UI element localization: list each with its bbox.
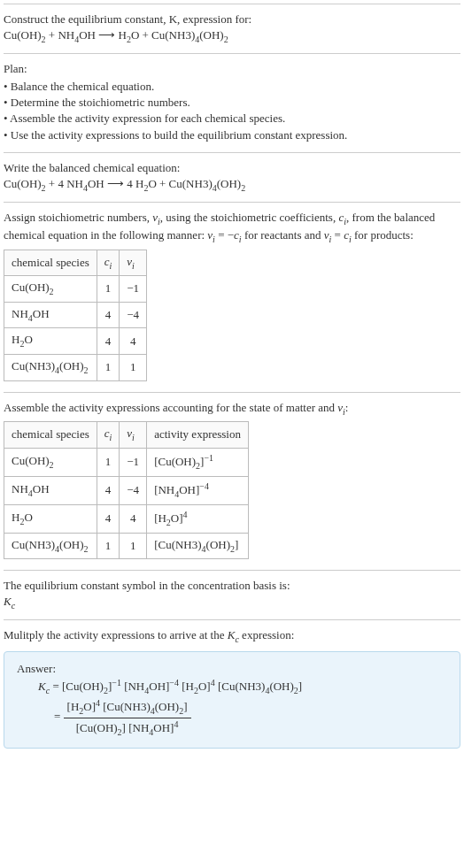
table-row: Cu(NH3)4(OH)2 1 1 [4,355,147,381]
section-activity: Assemble the activity expressions accoun… [4,392,460,571]
col-species: chemical species [4,250,97,276]
fraction-numerator: [H2O]4 [Cu(NH3)4(OH)2] [64,697,191,718]
table-row: NH4OH 4 −4 [4,302,147,328]
intro-line: Construct the equilibrium constant, K, e… [4,12,460,27]
plan-item: Balance the chemical equation. [4,79,460,95]
table-row: H2O 4 4 [H2O]4 [4,504,249,533]
answer-line1: Kc = [Cu(OH)2]−1 [NH4OH]−4 [H2O]4 [Cu(NH… [17,677,447,697]
fraction-denominator: [Cu(OH)2] [NH4OH]4 [64,718,191,739]
activity-intro: Assemble the activity expressions accoun… [4,400,460,419]
table-header-row: chemical species ci νi activity expressi… [4,422,249,449]
table-header-row: chemical species ci νi [4,250,147,276]
col-vi: νi [120,422,147,449]
stoich-intro: Assign stoichiometric numbers, νi, using… [4,210,460,246]
activity-table: chemical species ci νi activity expressi… [4,421,249,559]
answer-label: Answer: [17,661,447,677]
section-balanced: Write the balanced chemical equation: Cu… [4,152,460,202]
kc-symbol-line1: The equilibrium constant symbol in the c… [4,578,460,594]
balanced-equation: Cu(OH)2 + 4 NH4OH ⟶ 4 H2O + Cu(NH3)4(OH)… [4,176,460,195]
answer-line2: = [H2O]4 [Cu(NH3)4(OH)2] [Cu(OH)2] [NH4O… [17,697,447,739]
plan-item: Determine the stoichiometric numbers. [4,95,460,111]
section-kc-symbol: The equilibrium constant symbol in the c… [4,570,460,619]
answer-fraction: [H2O]4 [Cu(NH3)4(OH)2] [Cu(OH)2] [NH4OH]… [64,697,191,739]
table-row: H2O 4 4 [4,328,147,355]
stoich-table: chemical species ci νi Cu(OH)2 1 −1 NH4O… [4,250,147,381]
section-plan: Plan: Balance the chemical equation. Det… [4,53,460,152]
intro-equation: Cu(OH)2 + NH4OH ⟶ H2O + Cu(NH3)4(OH)2 [4,27,460,46]
table-row: Cu(NH3)4(OH)2 1 1 [Cu(NH3)4(OH)2] [4,533,249,559]
section-multiply: Mulitply the activity expressions to arr… [4,619,460,761]
col-vi: νi [120,250,147,276]
col-ci: ci [97,422,120,449]
balanced-title: Write the balanced chemical equation: [4,160,460,176]
table-row: NH4OH 4 −4 [NH4OH]−4 [4,476,249,504]
plan-title: Plan: [4,61,460,77]
col-activity: activity expression [147,422,249,449]
col-species: chemical species [4,422,97,449]
equals-sign: = [38,710,64,723]
plan-item: Use the activity expressions to build th… [4,127,460,143]
plan-item: Assemble the activity expression for eac… [4,111,460,127]
col-ci: ci [97,250,120,276]
section-intro: Construct the equilibrium constant, K, e… [4,4,460,53]
table-row: Cu(OH)2 1 −1 [4,276,147,303]
multiply-intro: Mulitply the activity expressions to arr… [4,627,460,646]
section-stoich: Assign stoichiometric numbers, νi, using… [4,202,460,392]
answer-box: Answer: Kc = [Cu(OH)2]−1 [NH4OH]−4 [H2O]… [4,651,460,749]
plan-list: Balance the chemical equation. Determine… [4,79,460,143]
table-row: Cu(OH)2 1 −1 [Cu(OH)2]−1 [4,448,249,476]
kc-symbol-line2: Kc [4,594,460,612]
